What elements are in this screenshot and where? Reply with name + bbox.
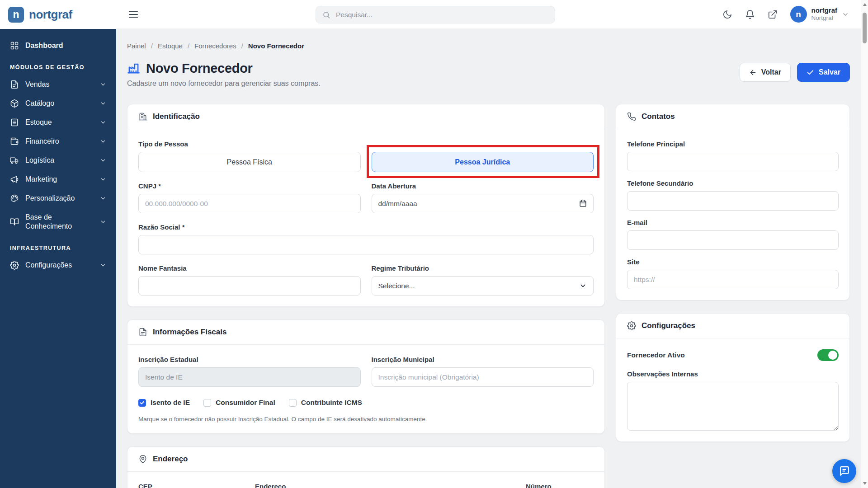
identification-card: Identificação Tipo de Pessoa Pessoa Físi…: [127, 104, 605, 307]
megaphone-icon: [10, 175, 19, 184]
external-link-icon[interactable]: [768, 9, 778, 19]
card-title: Identificação: [153, 112, 200, 121]
tax-regime-select[interactable]: Selecione...: [372, 276, 594, 296]
file-icon: [10, 80, 19, 89]
page-scrollbar: [861, 0, 868, 488]
gear-icon: [627, 321, 636, 330]
sidebar-item-label: Personalização: [25, 194, 75, 203]
brand-logo-mark: n: [8, 7, 24, 23]
email-input[interactable]: [627, 230, 839, 250]
breadcrumb-estoque[interactable]: Estoque: [158, 42, 183, 50]
sidebar-section-infrastructure: INFRAESTRUTURA: [0, 236, 116, 256]
user-name: nortgraf: [811, 6, 838, 14]
chevron-down-icon: [842, 11, 849, 18]
scrollbar-thumb[interactable]: [863, 13, 867, 43]
sidebar-item-logistica[interactable]: Logística: [0, 151, 116, 170]
chevron-down-icon: [100, 219, 106, 225]
gear-icon: [10, 261, 19, 270]
company-name-input[interactable]: [138, 235, 594, 254]
wallet-icon: [10, 137, 19, 146]
phone-secondary-input[interactable]: [627, 191, 839, 211]
main-content: Painel/ Estoque/ Fornecedores/ Novo Forn…: [116, 29, 861, 488]
scrollbar-up-arrow[interactable]: [863, 3, 867, 6]
municipal-registration-label: Inscrição Municipal: [372, 356, 594, 363]
bell-icon[interactable]: [745, 9, 755, 19]
chevron-down-icon: [100, 138, 106, 145]
address-card: Endereço CEP Endereço: [127, 446, 605, 488]
state-registration-label: Inscrição Estadual: [138, 356, 361, 363]
cnpj-label: CNPJ *: [138, 182, 361, 190]
person-type-juridica-button[interactable]: Pessoa Jurídica: [372, 152, 594, 172]
card-title: Endereço: [153, 455, 188, 464]
chevron-down-icon: [100, 100, 106, 107]
chevron-down-icon: [100, 262, 106, 268]
card-title: Informações Fiscais: [153, 328, 226, 337]
sidebar-item-financeiro[interactable]: Financeiro: [0, 132, 116, 151]
brand-logo[interactable]: n nortgraf: [0, 0, 116, 29]
person-type-fisica-button[interactable]: Pessoa Física: [138, 152, 361, 172]
user-org: Nortgraf: [811, 14, 838, 22]
sidebar-item-label: Base de Conhecimento: [25, 213, 94, 231]
internal-notes-textarea[interactable]: [627, 382, 839, 431]
fiscal-card: Informações Fiscais Inscrição Estadual I…: [127, 319, 605, 434]
brand-logo-text: nortgraf: [29, 8, 72, 22]
sidebar: n nortgraf Dashboard MÓDULOS DE GESTÃO V…: [0, 0, 116, 488]
site-input[interactable]: [627, 270, 839, 289]
sidebar-item-personalizacao[interactable]: Personalização: [0, 189, 116, 208]
sidebar-item-estoque[interactable]: Estoque: [0, 113, 116, 132]
user-menu[interactable]: n nortgraf Nortgraf: [790, 6, 849, 23]
file-text-icon: [138, 328, 147, 337]
search-icon: [322, 11, 330, 19]
phone-primary-input[interactable]: [627, 152, 839, 171]
breadcrumb-painel[interactable]: Painel: [127, 42, 146, 50]
sidebar-item-vendas[interactable]: Vendas: [0, 75, 116, 94]
save-button[interactable]: Salvar: [797, 63, 850, 82]
breadcrumb-fornecedores[interactable]: Fornecedores: [194, 42, 236, 50]
moon-icon[interactable]: [722, 9, 732, 19]
email-label: E-mail: [627, 219, 839, 226]
settings-card: Configurações Fornecedor Ativo Observaçõ…: [616, 313, 850, 442]
sidebar-item-marketing[interactable]: Marketing: [0, 170, 116, 189]
checkbox-checked-icon: [138, 399, 146, 407]
cube-icon: [10, 99, 19, 108]
checkbox-unchecked-icon: [203, 399, 211, 407]
calendar-icon: [579, 200, 587, 207]
sidebar-item-dashboard[interactable]: Dashboard: [0, 36, 116, 55]
sidebar-item-label: Catálogo: [25, 99, 54, 108]
sidebar-nav: Dashboard MÓDULOS DE GESTÃO Vendas Catál…: [0, 29, 116, 275]
municipal-registration-input[interactable]: [372, 367, 594, 387]
chevron-down-icon: [100, 157, 106, 164]
menu-icon[interactable]: [128, 9, 139, 20]
breadcrumb-current: Novo Fornecedor: [248, 42, 304, 50]
trade-name-input[interactable]: [138, 276, 361, 296]
chat-fab-button[interactable]: [832, 459, 856, 483]
sidebar-item-base-conhecimento[interactable]: Base de Conhecimento: [0, 208, 116, 236]
sidebar-item-catalogo[interactable]: Catálogo: [0, 94, 116, 113]
chevron-down-icon: [100, 176, 106, 183]
opening-date-input[interactable]: dd/mm/aaaa: [372, 194, 594, 213]
phone-primary-label: Telefone Principal: [627, 140, 839, 148]
breadcrumb: Painel/ Estoque/ Fornecedores/ Novo Forn…: [127, 42, 850, 50]
checkbox-consumidor-final[interactable]: Consumidor Final: [203, 399, 275, 407]
checkbox-isento-ie[interactable]: Isento de IE: [138, 399, 190, 407]
sidebar-item-configuracoes[interactable]: Configurações: [0, 256, 116, 275]
app-window: n nortgraf Dashboard MÓDULOS DE GESTÃO V…: [0, 0, 868, 488]
sidebar-item-label: Marketing: [25, 175, 57, 184]
truck-icon: [10, 156, 19, 165]
card-title: Contatos: [642, 112, 675, 121]
cep-label: CEP: [138, 483, 244, 488]
state-registration-input: [138, 367, 361, 387]
search-input[interactable]: [336, 11, 548, 19]
cnpj-input[interactable]: [138, 194, 361, 213]
page-subtitle: Cadastre um novo fornecedor para gerenci…: [127, 80, 321, 88]
supplier-active-toggle[interactable]: [817, 349, 839, 361]
building-icon: [138, 112, 147, 121]
card-title: Configurações: [642, 321, 695, 330]
sidebar-item-label: Logística: [25, 156, 54, 165]
back-button[interactable]: Voltar: [740, 63, 791, 82]
checkbox-unchecked-icon: [289, 399, 297, 407]
checkbox-contribuinte-icms[interactable]: Contribuinte ICMS: [289, 399, 362, 407]
scrollbar-down-arrow[interactable]: [863, 482, 867, 485]
page-title: Novo Fornecedor: [146, 61, 253, 76]
avatar: n: [790, 6, 807, 23]
